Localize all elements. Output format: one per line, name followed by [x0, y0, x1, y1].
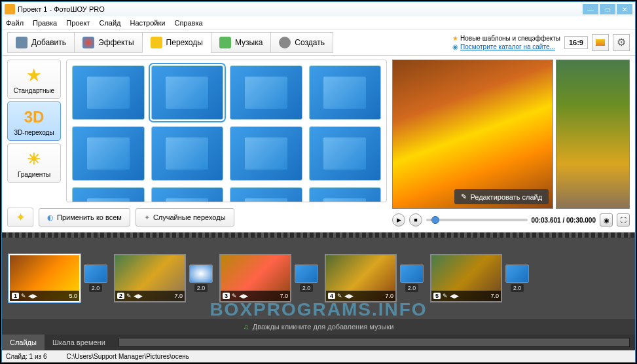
- menu-settings[interactable]: Настройки: [130, 19, 166, 27]
- edit-slide-button[interactable]: ✎Редактировать слайд: [454, 189, 549, 204]
- transition-thumb[interactable]: [230, 187, 302, 202]
- transition-thumb[interactable]: [151, 65, 224, 120]
- transition-thumb[interactable]: [309, 126, 382, 181]
- tab-transitions[interactable]: Переходы: [142, 32, 211, 53]
- gear-icon: ⚙: [617, 36, 626, 48]
- window-title: Проект 1 - ФотоШОУ PRO: [18, 5, 105, 13]
- menu-file[interactable]: Файл: [6, 19, 24, 27]
- time-display: 00:03.601 / 00:30.000: [532, 217, 596, 224]
- pencil-icon: ✎: [232, 293, 237, 299]
- music-icon: ♫: [244, 323, 249, 331]
- promo-link[interactable]: Посмотрите каталог на сайте...: [460, 43, 555, 50]
- transition-thumb[interactable]: [72, 126, 145, 181]
- aspect-ratio-button[interactable]: 16:9: [564, 36, 588, 49]
- transition-chip[interactable]: 2.0: [399, 264, 425, 292]
- timeline-slide[interactable]: 2✎◀▶7.0: [114, 254, 186, 302]
- close-button[interactable]: ✕: [617, 4, 632, 14]
- arrows-icon: ◀▶: [134, 293, 143, 299]
- wand-icon: ◐: [47, 213, 54, 222]
- transitions-panel: ★Стандартные 3D3D-переходы ☀Градиенты: [2, 56, 392, 232]
- playback-controls: ▶ ■ 00:03.601 / 00:30.000 ◉ ⛶: [392, 211, 630, 228]
- main-area: ★Стандартные 3D3D-переходы ☀Градиенты: [2, 56, 635, 232]
- transition-thumb[interactable]: [309, 187, 382, 202]
- status-slide-count: Слайд: 1 из 6: [6, 353, 46, 360]
- apply-all-button[interactable]: ◐Применить ко всем: [39, 208, 130, 227]
- transition-thumb[interactable]: [309, 65, 382, 120]
- star-icon: [151, 37, 162, 48]
- 3d-icon: 3D: [24, 107, 45, 128]
- transition-thumb[interactable]: [72, 187, 145, 202]
- stop-button[interactable]: ■: [409, 213, 422, 227]
- preview-next[interactable]: [556, 60, 630, 209]
- menu-help[interactable]: Справка: [174, 19, 202, 27]
- category-3d[interactable]: 3D3D-переходы: [7, 101, 61, 141]
- random-button[interactable]: ✦Случайные переходы: [136, 208, 234, 227]
- timeline-slide[interactable]: 4✎◀▶7.0: [325, 254, 397, 302]
- transition-thumb[interactable]: [151, 126, 224, 181]
- pencil-icon: ✎: [461, 192, 467, 201]
- play-button[interactable]: ▶: [392, 213, 405, 227]
- main-tabs: Добавить Эффекты Переходы Музыка Создать…: [2, 29, 635, 56]
- tab-create[interactable]: Создать: [270, 32, 333, 53]
- horizontal-scrollbar[interactable]: [118, 338, 630, 347]
- transition-chip[interactable]: 2.0: [293, 264, 319, 292]
- progress-bar[interactable]: [426, 219, 528, 221]
- maximize-button[interactable]: □: [600, 4, 615, 14]
- transition-chip[interactable]: 2.0: [82, 264, 109, 292]
- wand-icon: ✦: [144, 213, 150, 222]
- tab-slides-view[interactable]: Слайды: [2, 335, 45, 350]
- category-column: ★Стандартные 3D3D-переходы ☀Градиенты: [7, 60, 61, 202]
- sun-icon: ☀: [24, 149, 45, 170]
- timeline-slide[interactable]: 5✎◀▶7.0: [430, 254, 502, 302]
- timeline-tabs: Слайды Шкала времени: [2, 335, 635, 350]
- pencil-icon: ✎: [443, 293, 448, 299]
- menu-edit[interactable]: Правка: [33, 19, 57, 27]
- timeline-slide[interactable]: 3✎◀▶7.0: [219, 254, 291, 302]
- stop-icon: ■: [414, 217, 417, 223]
- transition-thumb[interactable]: [151, 187, 224, 202]
- play-icon: ▶: [397, 217, 401, 223]
- preview-main[interactable]: ✎Редактировать слайд: [392, 60, 553, 209]
- slides-track[interactable]: 1✎◀▶5.0 2.0 2✎◀▶7.0 2.0 3✎◀▶7.0 2.0 4✎◀▶…: [2, 238, 635, 319]
- tab-music[interactable]: Музыка: [211, 32, 271, 53]
- category-gradients[interactable]: ☀Градиенты: [7, 143, 61, 183]
- titlebar: Проект 1 - ФотоШОУ PRO — □ ✕: [2, 2, 635, 16]
- menu-project[interactable]: Проект: [66, 19, 90, 27]
- arrows-icon: ◀▶: [450, 293, 459, 299]
- transition-thumb[interactable]: [230, 126, 302, 181]
- star-icon: ★: [452, 35, 458, 42]
- transition-thumb[interactable]: [230, 65, 302, 120]
- minimize-button[interactable]: —: [583, 4, 598, 14]
- transitions-grid: [66, 60, 387, 202]
- fullscreen-icon: ⛶: [621, 217, 627, 223]
- filmstrip-border: [2, 232, 635, 238]
- preview-panel: ✎Редактировать слайд ▶ ■ 00:03.601 / 00:…: [392, 56, 635, 232]
- app-icon: [5, 4, 15, 14]
- transition-chip[interactable]: 2.0: [504, 264, 530, 292]
- menu-slide[interactable]: Слайд: [99, 19, 120, 27]
- statusbar: Слайд: 1 из 6 C:\Users\Support Manager\P…: [2, 350, 635, 362]
- category-standard[interactable]: ★Стандартные: [7, 60, 61, 99]
- music-track[interactable]: ♫Дважды кликните для добавления музыки: [2, 319, 635, 335]
- tab-add[interactable]: Добавить: [7, 32, 75, 53]
- transition-thumb[interactable]: [72, 65, 145, 120]
- settings-button[interactable]: ⚙: [613, 34, 630, 51]
- music-icon: [219, 37, 231, 48]
- sun-icon: [596, 39, 605, 46]
- pencil-icon: ✎: [126, 293, 132, 299]
- tab-timescale-view[interactable]: Шкала времени: [45, 335, 113, 350]
- star-icon: ★: [24, 65, 45, 86]
- transition-chip[interactable]: 2.0: [188, 264, 214, 292]
- favorite-button[interactable]: ✦: [7, 208, 33, 227]
- snapshot-button[interactable]: ◉: [600, 213, 613, 227]
- arrows-icon: ◀▶: [239, 293, 248, 299]
- fullscreen-button[interactable]: ⛶: [617, 213, 630, 227]
- theme-button[interactable]: [592, 34, 609, 51]
- timeline-slide[interactable]: 1✎◀▶5.0: [9, 254, 81, 302]
- tab-effects[interactable]: Эффекты: [74, 32, 143, 53]
- app-window: Проект 1 - ФотоШОУ PRO — □ ✕ Файл Правка…: [1, 1, 636, 363]
- menubar: Файл Правка Проект Слайд Настройки Справ…: [2, 16, 635, 29]
- status-path: C:\Users\Support Manager\Pictures\осень: [66, 353, 189, 360]
- progress-thumb[interactable]: [431, 216, 439, 224]
- palette-icon: [82, 37, 94, 48]
